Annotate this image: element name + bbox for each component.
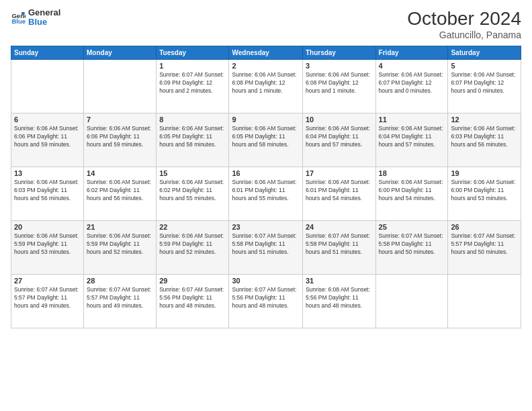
weekday-header-monday: Monday: [84, 46, 157, 60]
calendar-cell: 22Sunrise: 6:06 AM Sunset: 5:59 PM Dayli…: [157, 221, 229, 275]
calendar-cell: 9Sunrise: 6:06 AM Sunset: 6:05 PM Daylig…: [229, 113, 302, 167]
weekday-header-thursday: Thursday: [302, 46, 375, 60]
day-info: Sunrise: 6:07 AM Sunset: 5:58 PM Dayligh…: [232, 232, 299, 257]
day-number: 9: [232, 116, 299, 124]
day-number: 3: [306, 62, 373, 70]
day-number: 25: [379, 223, 445, 231]
day-number: 18: [379, 169, 445, 177]
day-info: Sunrise: 6:07 AM Sunset: 5:58 PM Dayligh…: [379, 232, 445, 257]
day-number: 13: [14, 169, 81, 177]
day-number: 15: [159, 169, 226, 177]
day-info: Sunrise: 6:06 AM Sunset: 6:04 PM Dayligh…: [379, 125, 445, 149]
header: General Blue General Blue October 2024 G…: [11, 8, 521, 40]
week-row-4: 20Sunrise: 6:06 AM Sunset: 5:59 PM Dayli…: [11, 221, 521, 275]
calendar-cell: 28Sunrise: 6:07 AM Sunset: 5:57 PM Dayli…: [84, 275, 157, 328]
day-number: 31: [306, 277, 373, 285]
day-number: 29: [159, 277, 226, 285]
logo: General Blue General Blue: [11, 8, 60, 28]
day-number: 6: [14, 116, 81, 124]
day-number: 8: [159, 116, 226, 124]
day-number: 24: [306, 223, 373, 231]
day-info: Sunrise: 6:06 AM Sunset: 6:05 PM Dayligh…: [232, 125, 299, 149]
day-info: Sunrise: 6:07 AM Sunset: 5:57 PM Dayligh…: [451, 232, 518, 257]
week-row-1: 1Sunrise: 6:07 AM Sunset: 6:09 PM Daylig…: [11, 60, 521, 113]
calendar-cell: 6Sunrise: 6:06 AM Sunset: 6:06 PM Daylig…: [11, 113, 84, 167]
day-number: 16: [232, 169, 299, 177]
day-number: 7: [87, 116, 153, 124]
calendar-cell: 2Sunrise: 6:06 AM Sunset: 6:08 PM Daylig…: [229, 60, 302, 113]
day-number: 27: [14, 277, 81, 285]
calendar-cell: 4Sunrise: 6:06 AM Sunset: 6:07 PM Daylig…: [375, 60, 448, 113]
calendar-cell: 19Sunrise: 6:06 AM Sunset: 6:00 PM Dayli…: [448, 167, 521, 221]
day-number: 5: [451, 62, 518, 70]
day-info: Sunrise: 6:06 AM Sunset: 6:01 PM Dayligh…: [306, 179, 373, 203]
day-number: 20: [14, 223, 81, 231]
day-info: Sunrise: 6:06 AM Sunset: 6:00 PM Dayligh…: [451, 179, 518, 203]
location: Gatuncillo, Panama: [407, 30, 521, 40]
calendar-cell: 14Sunrise: 6:06 AM Sunset: 6:02 PM Dayli…: [84, 167, 157, 221]
day-info: Sunrise: 6:07 AM Sunset: 5:56 PM Dayligh…: [232, 286, 299, 310]
calendar-cell: 24Sunrise: 6:07 AM Sunset: 5:58 PM Dayli…: [302, 221, 375, 275]
calendar-cell: 12Sunrise: 6:06 AM Sunset: 6:03 PM Dayli…: [448, 113, 521, 167]
weekday-header-friday: Friday: [375, 46, 448, 60]
day-number: 1: [159, 62, 226, 70]
day-info: Sunrise: 6:06 AM Sunset: 6:06 PM Dayligh…: [87, 125, 153, 149]
weekday-header-sunday: Sunday: [11, 46, 84, 60]
calendar-cell: 29Sunrise: 6:07 AM Sunset: 5:56 PM Dayli…: [157, 275, 229, 328]
day-number: 12: [451, 116, 518, 124]
day-info: Sunrise: 6:06 AM Sunset: 5:59 PM Dayligh…: [159, 232, 226, 257]
day-info: Sunrise: 6:08 AM Sunset: 5:56 PM Dayligh…: [306, 286, 373, 310]
logo-text: General Blue: [28, 8, 60, 28]
month-title: October 2024: [407, 8, 521, 30]
day-number: 21: [87, 223, 153, 231]
calendar-cell: 15Sunrise: 6:06 AM Sunset: 6:02 PM Dayli…: [157, 167, 229, 221]
day-info: Sunrise: 6:06 AM Sunset: 6:07 PM Dayligh…: [451, 71, 518, 95]
day-number: 17: [306, 169, 373, 177]
day-info: Sunrise: 6:06 AM Sunset: 6:03 PM Dayligh…: [451, 125, 518, 149]
calendar-cell: [11, 60, 84, 113]
day-number: 28: [87, 277, 153, 285]
calendar-cell: 7Sunrise: 6:06 AM Sunset: 6:06 PM Daylig…: [84, 113, 157, 167]
calendar-cell: [448, 275, 521, 328]
calendar-cell: 20Sunrise: 6:06 AM Sunset: 5:59 PM Dayli…: [11, 221, 84, 275]
calendar-cell: 18Sunrise: 6:06 AM Sunset: 6:00 PM Dayli…: [375, 167, 448, 221]
day-number: 23: [232, 223, 299, 231]
logo-icon: General Blue: [11, 10, 26, 25]
calendar-cell: 17Sunrise: 6:06 AM Sunset: 6:01 PM Dayli…: [302, 167, 375, 221]
calendar-cell: [84, 60, 157, 113]
calendar-cell: 25Sunrise: 6:07 AM Sunset: 5:58 PM Dayli…: [375, 221, 448, 275]
day-info: Sunrise: 6:06 AM Sunset: 6:08 PM Dayligh…: [306, 71, 373, 95]
weekday-header-row: SundayMondayTuesdayWednesdayThursdayFrid…: [11, 46, 521, 60]
calendar-cell: 26Sunrise: 6:07 AM Sunset: 5:57 PM Dayli…: [448, 221, 521, 275]
week-row-5: 27Sunrise: 6:07 AM Sunset: 5:57 PM Dayli…: [11, 275, 521, 328]
day-info: Sunrise: 6:06 AM Sunset: 6:02 PM Dayligh…: [159, 179, 226, 203]
day-info: Sunrise: 6:06 AM Sunset: 5:59 PM Dayligh…: [14, 232, 81, 257]
day-info: Sunrise: 6:06 AM Sunset: 6:03 PM Dayligh…: [14, 179, 81, 203]
calendar-page: General Blue General Blue October 2024 G…: [0, 0, 532, 411]
day-info: Sunrise: 6:07 AM Sunset: 5:57 PM Dayligh…: [14, 286, 81, 310]
calendar-cell: 21Sunrise: 6:06 AM Sunset: 5:59 PM Dayli…: [84, 221, 157, 275]
day-info: Sunrise: 6:06 AM Sunset: 6:08 PM Dayligh…: [232, 71, 299, 95]
day-info: Sunrise: 6:07 AM Sunset: 5:57 PM Dayligh…: [87, 286, 153, 310]
calendar-cell: 23Sunrise: 6:07 AM Sunset: 5:58 PM Dayli…: [229, 221, 302, 275]
day-number: 30: [232, 277, 299, 285]
day-info: Sunrise: 6:06 AM Sunset: 6:04 PM Dayligh…: [306, 125, 373, 149]
day-info: Sunrise: 6:06 AM Sunset: 6:06 PM Dayligh…: [14, 125, 81, 149]
day-number: 22: [159, 223, 226, 231]
day-info: Sunrise: 6:07 AM Sunset: 6:09 PM Dayligh…: [159, 71, 226, 95]
calendar-cell: 8Sunrise: 6:06 AM Sunset: 6:05 PM Daylig…: [157, 113, 229, 167]
day-info: Sunrise: 6:06 AM Sunset: 6:02 PM Dayligh…: [87, 179, 153, 203]
calendar-cell: 16Sunrise: 6:06 AM Sunset: 6:01 PM Dayli…: [229, 167, 302, 221]
day-info: Sunrise: 6:07 AM Sunset: 5:56 PM Dayligh…: [159, 286, 226, 310]
weekday-header-tuesday: Tuesday: [157, 46, 229, 60]
day-info: Sunrise: 6:06 AM Sunset: 6:05 PM Dayligh…: [159, 125, 226, 149]
calendar-cell: 10Sunrise: 6:06 AM Sunset: 6:04 PM Dayli…: [302, 113, 375, 167]
calendar-cell: 5Sunrise: 6:06 AM Sunset: 6:07 PM Daylig…: [448, 60, 521, 113]
calendar-cell: 3Sunrise: 6:06 AM Sunset: 6:08 PM Daylig…: [302, 60, 375, 113]
calendar-cell: 27Sunrise: 6:07 AM Sunset: 5:57 PM Dayli…: [11, 275, 84, 328]
calendar-cell: 11Sunrise: 6:06 AM Sunset: 6:04 PM Dayli…: [375, 113, 448, 167]
calendar-cell: [375, 275, 448, 328]
day-number: 4: [379, 62, 445, 70]
day-number: 10: [306, 116, 373, 124]
day-number: 2: [232, 62, 299, 70]
